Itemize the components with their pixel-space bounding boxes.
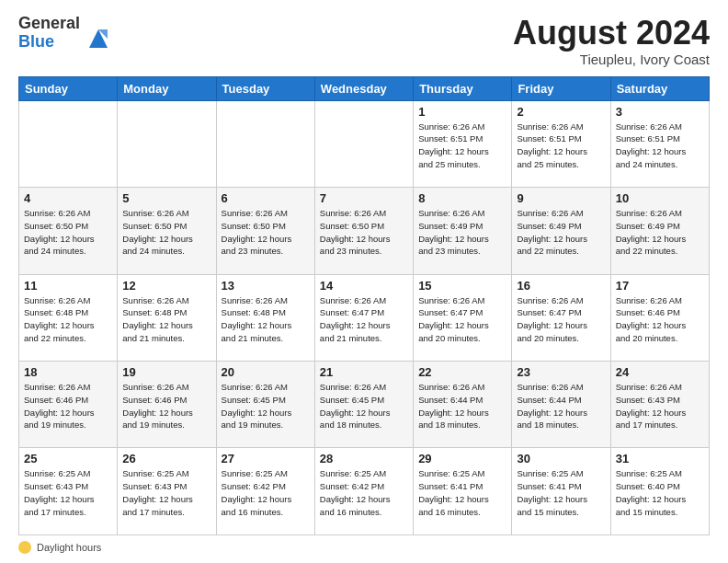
day-info: Sunrise: 6:25 AM Sunset: 6:43 PM Dayligh… (24, 467, 112, 518)
day-number: 31 (616, 452, 704, 465)
calendar-day: 1Sunrise: 6:26 AM Sunset: 6:51 PM Daylig… (414, 100, 512, 187)
title-block: August 2024 Tieupleu, Ivory Coast (513, 15, 710, 67)
calendar-week-1: 1Sunrise: 6:26 AM Sunset: 6:51 PM Daylig… (19, 100, 710, 187)
day-number: 10 (616, 191, 704, 205)
col-tuesday: Tuesday (216, 76, 314, 100)
day-number: 20 (222, 365, 310, 379)
calendar-day: 21Sunrise: 6:26 AM Sunset: 6:45 PM Dayli… (314, 362, 413, 448)
day-number: 16 (517, 279, 605, 293)
day-info: Sunrise: 6:26 AM Sunset: 6:48 PM Dayligh… (24, 294, 112, 345)
col-saturday: Saturday (610, 76, 709, 100)
day-number: 28 (320, 452, 408, 465)
day-number: 12 (122, 279, 210, 293)
calendar-day: 20Sunrise: 6:26 AM Sunset: 6:45 PM Dayli… (216, 362, 314, 448)
day-info: Sunrise: 6:26 AM Sunset: 6:50 PM Dayligh… (122, 207, 210, 258)
logo-blue: Blue (18, 33, 80, 52)
logo-general: General (18, 15, 80, 33)
day-number: 24 (616, 365, 704, 379)
calendar-day: 7Sunrise: 6:26 AM Sunset: 6:50 PM Daylig… (314, 188, 413, 274)
calendar-week-4: 18Sunrise: 6:26 AM Sunset: 6:46 PM Dayli… (19, 362, 710, 448)
calendar-day: 13Sunrise: 6:26 AM Sunset: 6:48 PM Dayli… (216, 274, 314, 361)
day-info: Sunrise: 6:25 AM Sunset: 6:43 PM Dayligh… (122, 467, 210, 518)
calendar-day: 30Sunrise: 6:25 AM Sunset: 6:41 PM Dayli… (512, 448, 610, 535)
page: General Blue August 2024 Tieupleu, Ivory… (0, 0, 728, 563)
day-number: 23 (517, 365, 605, 379)
day-number: 18 (24, 365, 112, 379)
month-year: August 2024 (513, 15, 710, 52)
calendar-day: 19Sunrise: 6:26 AM Sunset: 6:46 PM Dayli… (118, 362, 216, 448)
day-info: Sunrise: 6:26 AM Sunset: 6:44 PM Dayligh… (418, 381, 506, 431)
day-number: 11 (24, 279, 112, 293)
day-number: 30 (517, 452, 605, 465)
day-number: 29 (418, 452, 506, 465)
day-info: Sunrise: 6:26 AM Sunset: 6:47 PM Dayligh… (517, 294, 605, 345)
calendar-day (19, 100, 118, 187)
day-info: Sunrise: 6:26 AM Sunset: 6:49 PM Dayligh… (418, 207, 506, 258)
day-number: 8 (418, 191, 506, 205)
day-number: 4 (24, 191, 112, 205)
day-number: 2 (517, 105, 605, 119)
calendar-day: 28Sunrise: 6:25 AM Sunset: 6:42 PM Dayli… (314, 448, 413, 535)
day-info: Sunrise: 6:26 AM Sunset: 6:51 PM Dayligh… (517, 121, 605, 171)
day-info: Sunrise: 6:26 AM Sunset: 6:47 PM Dayligh… (418, 294, 506, 345)
day-info: Sunrise: 6:25 AM Sunset: 6:41 PM Dayligh… (517, 467, 605, 518)
calendar-day: 22Sunrise: 6:26 AM Sunset: 6:44 PM Dayli… (414, 362, 512, 448)
day-number: 3 (616, 105, 704, 119)
calendar-day: 24Sunrise: 6:26 AM Sunset: 6:43 PM Dayli… (610, 362, 709, 448)
day-number: 27 (222, 452, 310, 465)
day-info: Sunrise: 6:26 AM Sunset: 6:47 PM Dayligh… (320, 294, 408, 345)
day-number: 14 (320, 279, 408, 293)
day-info: Sunrise: 6:25 AM Sunset: 6:41 PM Dayligh… (418, 467, 506, 518)
location: Tieupleu, Ivory Coast (513, 52, 710, 67)
logo-icon (85, 26, 111, 52)
day-number: 15 (418, 279, 506, 293)
col-monday: Monday (118, 76, 216, 100)
day-number: 9 (517, 191, 605, 205)
calendar-table: Sunday Monday Tuesday Wednesday Thursday… (18, 76, 710, 535)
day-number: 5 (122, 191, 210, 205)
day-info: Sunrise: 6:26 AM Sunset: 6:46 PM Dayligh… (24, 381, 112, 431)
calendar-header-row: Sunday Monday Tuesday Wednesday Thursday… (19, 76, 710, 100)
calendar-day: 3Sunrise: 6:26 AM Sunset: 6:51 PM Daylig… (610, 100, 709, 187)
day-number: 22 (418, 365, 506, 379)
calendar-day: 15Sunrise: 6:26 AM Sunset: 6:47 PM Dayli… (414, 274, 512, 361)
day-number: 21 (320, 365, 408, 379)
col-friday: Friday (512, 76, 610, 100)
day-number: 19 (122, 365, 210, 379)
header: General Blue August 2024 Tieupleu, Ivory… (18, 15, 710, 67)
day-info: Sunrise: 6:25 AM Sunset: 6:42 PM Dayligh… (320, 467, 408, 518)
day-info: Sunrise: 6:26 AM Sunset: 6:51 PM Dayligh… (616, 121, 704, 171)
day-info: Sunrise: 6:26 AM Sunset: 6:48 PM Dayligh… (122, 294, 210, 345)
daylight-label: Daylight hours (37, 542, 101, 553)
calendar-day (216, 100, 314, 187)
calendar-day: 10Sunrise: 6:26 AM Sunset: 6:49 PM Dayli… (610, 188, 709, 274)
day-info: Sunrise: 6:26 AM Sunset: 6:43 PM Dayligh… (616, 381, 704, 431)
calendar-week-2: 4Sunrise: 6:26 AM Sunset: 6:50 PM Daylig… (19, 188, 710, 274)
logo-text: General Blue (18, 15, 80, 52)
calendar-day: 8Sunrise: 6:26 AM Sunset: 6:49 PM Daylig… (414, 188, 512, 274)
calendar-day: 31Sunrise: 6:25 AM Sunset: 6:40 PM Dayli… (610, 448, 709, 535)
calendar-day: 5Sunrise: 6:26 AM Sunset: 6:50 PM Daylig… (118, 188, 216, 274)
calendar-day: 26Sunrise: 6:25 AM Sunset: 6:43 PM Dayli… (118, 448, 216, 535)
calendar-week-3: 11Sunrise: 6:26 AM Sunset: 6:48 PM Dayli… (19, 274, 710, 361)
col-sunday: Sunday (19, 76, 118, 100)
day-info: Sunrise: 6:26 AM Sunset: 6:49 PM Dayligh… (616, 207, 704, 258)
day-number: 13 (222, 279, 310, 293)
day-number: 1 (418, 105, 506, 119)
day-info: Sunrise: 6:26 AM Sunset: 6:50 PM Dayligh… (320, 207, 408, 258)
calendar-day: 25Sunrise: 6:25 AM Sunset: 6:43 PM Dayli… (19, 448, 118, 535)
calendar-day (118, 100, 216, 187)
day-info: Sunrise: 6:26 AM Sunset: 6:50 PM Dayligh… (24, 207, 112, 258)
calendar-day: 11Sunrise: 6:26 AM Sunset: 6:48 PM Dayli… (19, 274, 118, 361)
calendar-day: 29Sunrise: 6:25 AM Sunset: 6:41 PM Dayli… (414, 448, 512, 535)
day-info: Sunrise: 6:26 AM Sunset: 6:44 PM Dayligh… (517, 381, 605, 431)
day-info: Sunrise: 6:25 AM Sunset: 6:40 PM Dayligh… (616, 467, 704, 518)
col-thursday: Thursday (414, 76, 512, 100)
day-info: Sunrise: 6:26 AM Sunset: 6:51 PM Dayligh… (418, 121, 506, 171)
calendar-day: 12Sunrise: 6:26 AM Sunset: 6:48 PM Dayli… (118, 274, 216, 361)
day-info: Sunrise: 6:26 AM Sunset: 6:45 PM Dayligh… (320, 381, 408, 431)
logo: General Blue (18, 15, 111, 52)
calendar-day: 6Sunrise: 6:26 AM Sunset: 6:50 PM Daylig… (216, 188, 314, 274)
day-number: 7 (320, 191, 408, 205)
calendar-day: 16Sunrise: 6:26 AM Sunset: 6:47 PM Dayli… (512, 274, 610, 361)
